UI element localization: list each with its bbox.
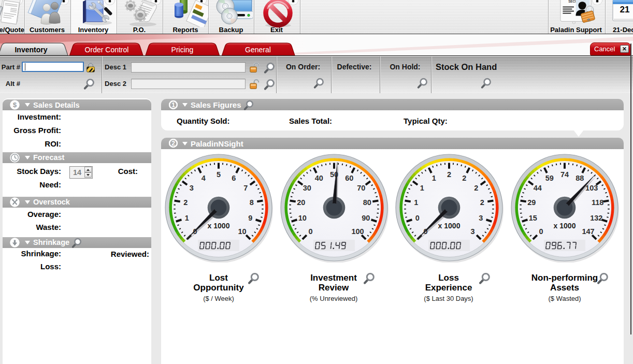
svg-text:29: 29 [527, 198, 536, 206]
svg-text:59: 59 [545, 173, 553, 182]
svg-text:4: 4 [201, 173, 205, 182]
svg-text:2: 2 [183, 198, 188, 206]
svg-text:118: 118 [591, 198, 603, 206]
svg-text:80: 80 [363, 198, 371, 206]
svg-text:100: 100 [351, 227, 364, 235]
svg-text:x 1000: x 1000 [207, 221, 229, 229]
svg-text:9: 9 [248, 213, 252, 222]
svg-text:30: 30 [303, 184, 311, 192]
svg-text:15: 15 [528, 213, 537, 222]
svg-text:2: 2 [171, 140, 175, 147]
svg-text:10: 10 [298, 213, 306, 222]
svg-text:40: 40 [314, 173, 323, 182]
svg-text:1: 1 [431, 173, 436, 182]
svg-text:2: 2 [462, 173, 466, 182]
svg-text:3: 3 [189, 184, 193, 192]
svg-text:1: 1 [414, 198, 418, 206]
svg-text:147: 147 [582, 227, 594, 235]
svg-text:2: 2 [474, 184, 478, 192]
svg-text:x 1000: x 1000 [438, 221, 460, 229]
svg-text:132: 132 [590, 213, 602, 222]
svg-text:3: 3 [479, 213, 483, 222]
svg-text:0: 0 [539, 227, 543, 235]
svg-text:21: 21 [620, 5, 630, 14]
svg-text:60: 60 [345, 173, 353, 182]
svg-text:8: 8 [249, 198, 253, 206]
svg-text:70: 70 [357, 184, 365, 192]
svg-text:88: 88 [576, 173, 584, 182]
svg-text:6: 6 [232, 173, 236, 182]
svg-text:1: 1 [184, 213, 189, 222]
svg-text:90: 90 [362, 213, 370, 222]
svg-text:1: 1 [171, 101, 175, 108]
svg-text:44: 44 [533, 184, 541, 192]
svg-text:0: 0 [415, 213, 419, 222]
svg-text:10: 10 [238, 227, 246, 235]
svg-text:$: $ [13, 101, 17, 109]
svg-text:20: 20 [297, 198, 305, 206]
svg-text:7: 7 [243, 184, 248, 192]
svg-text:x 1000: x 1000 [553, 221, 576, 229]
svg-text:5: 5 [216, 170, 220, 178]
svg-text:2: 2 [480, 198, 484, 206]
svg-text:2: 2 [447, 170, 451, 178]
svg-text:1: 1 [420, 184, 424, 192]
svg-text:0: 0 [308, 227, 312, 235]
svg-text:74: 74 [560, 170, 568, 178]
svg-text:3: 3 [470, 227, 474, 235]
